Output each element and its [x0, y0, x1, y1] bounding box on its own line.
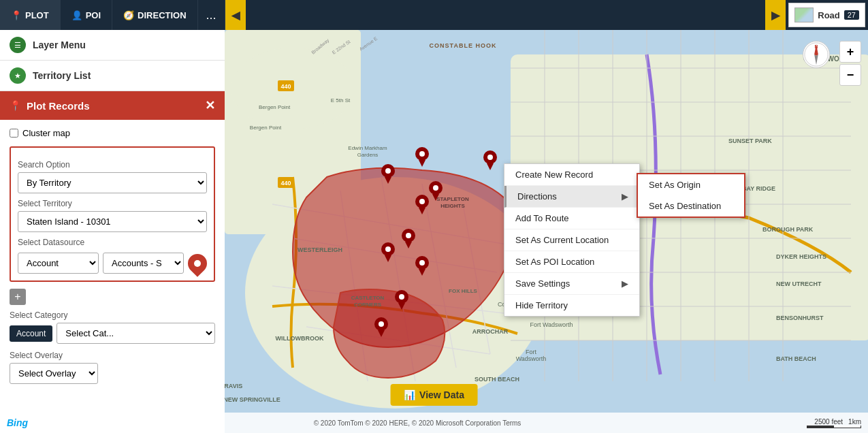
svg-text:SOUTH BEACH: SOUTH BEACH [475, 376, 519, 383]
svg-point-38 [433, 185, 438, 191]
category-row: Account Select Cat... [10, 323, 215, 344]
svg-text:Bergen Point: Bergen Point [250, 125, 282, 131]
pin-icon-inner [194, 260, 201, 267]
zoom-out-button[interactable]: − [839, 64, 861, 86]
svg-text:E 5th St: E 5th St [331, 97, 351, 103]
cluster-row: Cluster map [10, 128, 215, 138]
set-origin-item[interactable]: Set As Origin [638, 174, 744, 195]
svg-text:Edwin Markham: Edwin Markham [348, 145, 387, 151]
create-record-label: Create New Record [515, 170, 593, 180]
svg-text:SUNSET PARK: SUNSET PARK [728, 138, 772, 144]
svg-text:WILLOWBROOK: WILLOWBROOK [276, 335, 324, 342]
zoom-in-button[interactable]: + [839, 41, 861, 63]
svg-text:Fort: Fort [526, 349, 537, 355]
add-button[interactable]: + [10, 289, 26, 305]
datasource-row: Account Accounts - S [18, 253, 207, 274]
copyright-text: © 2020 TomTom © 2020 HERE, © 2020 Micros… [314, 419, 521, 427]
expand-right-button[interactable]: ▶ [765, 0, 786, 30]
directions-item[interactable]: Directions ▶ [504, 186, 639, 208]
category-select[interactable]: Select Cat... [57, 323, 215, 344]
plot-records-title: Plot Records [27, 100, 199, 112]
direction-label: DIRECTION [138, 10, 187, 20]
road-number-badge: 27 [844, 10, 859, 20]
datasource-type-select[interactable]: Account [18, 253, 99, 274]
svg-text:BAY RIDGE: BAY RIDGE [742, 185, 775, 192]
svg-text:N: N [815, 44, 818, 49]
expand-icon: ▶ [771, 9, 779, 22]
datasource-label: Select Datasource [18, 238, 207, 247]
bing-label: Bing [7, 417, 28, 428]
add-to-route-item[interactable]: Add To Route [504, 208, 639, 229]
poi-icon: 👤 [71, 10, 82, 20]
svg-point-35 [419, 151, 425, 157]
svg-point-32 [385, 168, 391, 174]
svg-point-56 [379, 321, 384, 327]
overlay-select[interactable]: Select Overlay [10, 363, 98, 384]
svg-text:440: 440 [280, 83, 291, 90]
svg-text:BOROUGH PARK: BOROUGH PARK [762, 226, 814, 233]
toolbar-right: ▶ Road 27 [765, 0, 868, 30]
pin-button[interactable] [184, 250, 211, 277]
directions-submenu: Set As Origin Set As Destination [637, 173, 745, 218]
bing-logo: Bing [7, 417, 28, 428]
collapse-button[interactable]: ◀ [225, 0, 246, 30]
left-panel: ☰ Layer Menu ★ Territory List 📍 Plot Rec… [0, 30, 225, 433]
search-option-label: Search Option [18, 160, 207, 170]
territory-list-item[interactable]: ★ Territory List [0, 61, 225, 91]
category-section: Select Category Account Select Cat... [10, 310, 215, 344]
plot-button[interactable]: 📍 PLOT [0, 0, 61, 30]
scale-line [807, 426, 861, 428]
svg-text:NEW UTRECHT: NEW UTRECHT [776, 280, 822, 287]
compass[interactable]: N [803, 41, 830, 68]
search-options-box: Search Option By Territory By Address Se… [10, 146, 215, 282]
svg-text:BENSONHURST: BENSONHURST [776, 315, 824, 321]
poi-button[interactable]: 👤 POI [61, 0, 112, 30]
directions-label: Directions [517, 191, 557, 202]
plot-records-panel: 📍 Plot Records ✕ Cluster map Search Opti… [0, 91, 225, 433]
layer-menu-item[interactable]: ☰ Layer Menu [0, 30, 225, 61]
layer-menu-label: Layer Menu [33, 39, 86, 50]
category-label: Select Category [10, 310, 215, 320]
search-option-select[interactable]: By Territory By Address [18, 172, 207, 193]
svg-text:Wadsworth: Wadsworth [516, 355, 547, 362]
svg-point-44 [406, 233, 411, 238]
svg-text:Gardens: Gardens [357, 152, 379, 158]
set-destination-item[interactable]: Set As Destination [638, 195, 744, 216]
scale-ft: 2500 feet [814, 418, 843, 426]
direction-button[interactable]: 🧭 DIRECTION [112, 0, 198, 30]
add-to-route-label: Add To Route [515, 213, 569, 223]
svg-text:440: 440 [280, 180, 291, 187]
create-record-item[interactable]: Create New Record [504, 164, 639, 186]
view-data-button[interactable]: 📊 View Data [390, 384, 478, 406]
datasource-value-select[interactable]: Accounts - S [103, 253, 184, 274]
plot-form-body: Cluster map Search Option By Territory B… [0, 120, 225, 392]
direction-icon: 🧭 [123, 10, 134, 20]
svg-point-50 [419, 260, 425, 266]
svg-text:Fort Wadsworth: Fort Wadsworth [530, 321, 573, 328]
set-poi-item[interactable]: Set As POI Location [504, 251, 639, 273]
context-menu: Create New Record Directions ▶ Add To Ro… [504, 163, 640, 317]
close-button[interactable]: ✕ [205, 98, 215, 113]
cluster-checkbox[interactable] [10, 129, 18, 138]
toolbar: 📍 PLOT 👤 POI 🧭 DIRECTION ... ◀ ▶ Road 27 [0, 0, 868, 30]
plot-label: PLOT [25, 10, 49, 20]
map-thumbnail-icon [794, 7, 814, 22]
set-origin-label: Set As Origin [649, 180, 701, 190]
poi-label: POI [86, 10, 101, 20]
save-settings-item[interactable]: Save Settings ▶ [504, 273, 639, 295]
svg-text:FOX HILLS: FOX HILLS [449, 288, 477, 294]
svg-text:Bergen Point: Bergen Point [259, 104, 291, 110]
category-account-button[interactable]: Account [10, 325, 52, 342]
hide-territory-item[interactable]: Hide Territory [504, 295, 639, 316]
save-settings-label: Save Settings [515, 278, 570, 289]
set-current-location-item[interactable]: Set As Current Location [504, 229, 639, 251]
overlay-section: Select Overlay Select Overlay [10, 351, 215, 384]
territory-select[interactable]: Staten Island - 10301 [18, 211, 207, 232]
svg-text:HEIGHTS: HEIGHTS [440, 203, 465, 209]
plot-records-icon: 📍 [10, 100, 21, 111]
map-type-button[interactable]: Road 27 [788, 3, 865, 27]
more-button[interactable]: ... [198, 0, 225, 30]
svg-point-59 [487, 155, 493, 160]
layer-menu-icon: ☰ [10, 37, 26, 53]
collapse-icon: ◀ [231, 9, 240, 22]
